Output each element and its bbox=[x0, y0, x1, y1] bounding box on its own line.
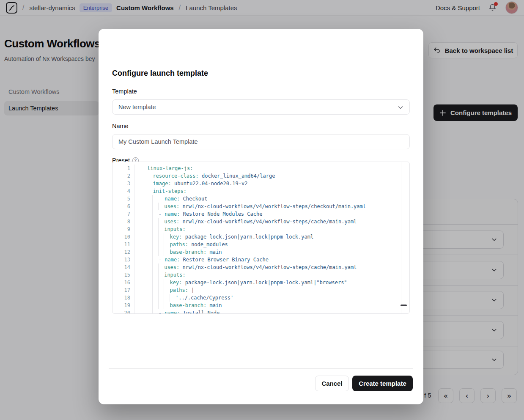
editor-line: 10key: package-lock.json|yarn.lock|pnpm-… bbox=[112, 233, 409, 241]
line-number: 15 bbox=[112, 271, 135, 279]
editor-line: 20- name: Install Node bbox=[112, 309, 409, 314]
indent-guide bbox=[158, 264, 164, 271]
line-number: 1 bbox=[112, 165, 135, 172]
editor-line: 14uses: nrwl/nx-cloud-workflows/v4/workf… bbox=[112, 264, 409, 271]
line-number: 10 bbox=[112, 233, 135, 241]
line-number: 13 bbox=[112, 256, 135, 264]
indent-guide bbox=[152, 195, 158, 203]
line-number: 12 bbox=[112, 248, 135, 256]
line-number: 3 bbox=[112, 180, 135, 187]
editor-line: 7- name: Restore Node Modules Cache bbox=[112, 210, 409, 218]
line-number: 2 bbox=[112, 172, 135, 180]
indent-guide bbox=[147, 248, 153, 256]
editor-line: 8uses: nrwl/nx-cloud-workflows/v4/workfl… bbox=[112, 218, 409, 225]
indent-guide bbox=[164, 233, 170, 241]
indent-guide bbox=[158, 294, 164, 302]
indent-guide bbox=[147, 218, 153, 225]
editor-line: 13- name: Restore Browser Binary Cache bbox=[112, 256, 409, 264]
indent-guide bbox=[152, 210, 158, 218]
name-label: Name bbox=[112, 123, 129, 129]
editor-line: 18'../.cache/Cypress' bbox=[112, 294, 409, 302]
indent-guide bbox=[152, 294, 158, 302]
cancel-button[interactable]: Cancel bbox=[315, 376, 349, 391]
indent-guide bbox=[147, 309, 153, 314]
editor-line: 3image: ubuntu22.04-node20.19-v2 bbox=[112, 180, 409, 187]
indent-guide bbox=[164, 279, 170, 286]
editor-line: 2resource-class: docker_linux_amd64/larg… bbox=[112, 172, 409, 180]
editor-line: 15inputs: bbox=[112, 271, 409, 279]
yaml-code-editor[interactable]: 1linux-large-js:2resource-class: docker_… bbox=[112, 162, 410, 314]
template-label: Template bbox=[112, 88, 137, 95]
indent-guide bbox=[147, 225, 153, 233]
line-number: 20 bbox=[112, 309, 135, 314]
indent-guide bbox=[147, 279, 153, 286]
indent-guide bbox=[158, 286, 164, 294]
indent-guide bbox=[158, 279, 164, 286]
line-number: 18 bbox=[112, 294, 135, 302]
indent-guide bbox=[152, 256, 158, 264]
indent-guide bbox=[147, 233, 153, 241]
indent-guide bbox=[170, 294, 176, 302]
indent-guide bbox=[158, 271, 164, 279]
indent-guide bbox=[152, 302, 158, 309]
indent-guide bbox=[164, 248, 170, 256]
indent-guide bbox=[158, 241, 164, 248]
indent-guide bbox=[152, 203, 158, 210]
indent-guide bbox=[164, 241, 170, 248]
indent-guide bbox=[147, 241, 153, 248]
indent-guide bbox=[152, 309, 158, 314]
indent-guide bbox=[152, 271, 158, 279]
modal-footer-divider bbox=[109, 368, 413, 369]
line-number: 4 bbox=[112, 187, 135, 195]
indent-guide bbox=[147, 286, 153, 294]
indent-guide bbox=[158, 225, 164, 233]
editor-line: 9inputs: bbox=[112, 225, 409, 233]
editor-line: 5- name: Checkout bbox=[112, 195, 409, 203]
line-number: 11 bbox=[112, 241, 135, 248]
editor-line: 1linux-large-js: bbox=[112, 165, 409, 172]
indent-guide bbox=[147, 203, 153, 210]
indent-guide bbox=[164, 294, 170, 302]
editor-line: 4init-steps: bbox=[112, 187, 409, 195]
indent-guide bbox=[147, 172, 153, 180]
line-number: 17 bbox=[112, 286, 135, 294]
line-number: 14 bbox=[112, 264, 135, 271]
indent-guide bbox=[152, 225, 158, 233]
indent-guide bbox=[152, 233, 158, 241]
editor-line: 17paths: | bbox=[112, 286, 409, 294]
indent-guide bbox=[152, 264, 158, 271]
indent-guide bbox=[147, 264, 153, 271]
indent-guide bbox=[158, 302, 164, 309]
indent-guide bbox=[164, 286, 170, 294]
editor-line: 6uses: nrwl/nx-cloud-workflows/v4/workfl… bbox=[112, 203, 409, 210]
line-number: 16 bbox=[112, 279, 135, 286]
editor-line: 19base-branch: main bbox=[112, 302, 409, 309]
editor-scrollbar-track bbox=[401, 162, 401, 313]
indent-guide bbox=[152, 279, 158, 286]
indent-guide bbox=[147, 180, 153, 187]
indent-guide bbox=[152, 286, 158, 294]
indent-guide bbox=[147, 302, 153, 309]
editor-line: 16key: package-lock.json|yarn.lock|pnpm-… bbox=[112, 279, 409, 286]
indent-guide bbox=[158, 248, 164, 256]
indent-guide bbox=[158, 218, 164, 225]
line-number: 8 bbox=[112, 218, 135, 225]
editor-line: 11paths: node_modules bbox=[112, 241, 409, 248]
line-number: 19 bbox=[112, 302, 135, 309]
create-template-button[interactable]: Create template bbox=[352, 376, 413, 391]
name-input[interactable] bbox=[112, 134, 410, 149]
indent-guide bbox=[147, 271, 153, 279]
indent-guide bbox=[147, 256, 153, 264]
indent-guide bbox=[152, 248, 158, 256]
template-select[interactable]: New template bbox=[112, 99, 410, 115]
indent-guide bbox=[158, 233, 164, 241]
indent-guide bbox=[152, 241, 158, 248]
indent-guide bbox=[152, 218, 158, 225]
indent-guide bbox=[147, 294, 153, 302]
line-number: 6 bbox=[112, 203, 135, 210]
indent-guide bbox=[147, 187, 153, 195]
line-number: 5 bbox=[112, 195, 135, 203]
configure-launch-template-modal: Configure launch template Template New t… bbox=[99, 29, 423, 404]
editor-scrollbar-thumb[interactable] bbox=[401, 305, 407, 306]
indent-guide bbox=[158, 203, 164, 210]
